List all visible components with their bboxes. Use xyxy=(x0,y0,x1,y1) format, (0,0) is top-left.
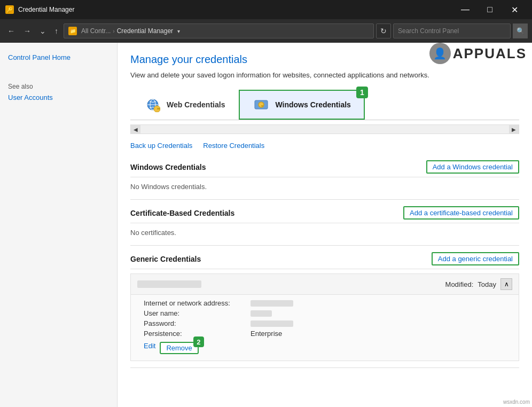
path-chevron-1: › xyxy=(113,28,114,34)
minimize-button[interactable]: — xyxy=(453,0,478,19)
svg-rect-8 xyxy=(262,106,263,107)
restore-credentials-link[interactable]: Restore Credentials xyxy=(203,142,264,150)
backup-credentials-link[interactable]: Back up Credentials xyxy=(130,142,192,150)
svg-rect-4 xyxy=(157,108,160,109)
generic-credentials-section: Generic Credentials Add a generic creden… xyxy=(130,252,519,368)
username-row: User name: xyxy=(144,309,506,317)
generic-cred-summary: Modified: Today ∧ xyxy=(131,274,519,294)
content-area: 👤 APPUALS Manage your credentials View a… xyxy=(118,43,532,407)
path-part-2: Credential Manager xyxy=(117,27,173,35)
tab-web-credentials[interactable]: Web Credentials xyxy=(130,90,239,120)
windows-cred-icon xyxy=(253,96,270,113)
remove-credential-button[interactable]: Remove xyxy=(160,342,198,354)
user-accounts-link[interactable]: User Accounts xyxy=(8,93,53,101)
logo-avatar: 👤 xyxy=(429,43,451,64)
certificate-credentials-empty: No certificates. xyxy=(130,226,519,239)
windows-credentials-empty: No Windows credentials. xyxy=(130,181,519,193)
path-part-1: All Contr... xyxy=(81,27,111,35)
horizontal-scrollbar[interactable]: ◀ ▶ xyxy=(130,124,519,134)
tab-windows-credentials-label: Windows Credentials xyxy=(275,100,350,109)
title-bar-title: Credential Manager xyxy=(18,6,453,13)
maximize-button[interactable]: □ xyxy=(478,0,502,19)
remove-button-container: Remove 2 xyxy=(160,342,198,354)
up-button[interactable]: ↑ xyxy=(51,25,61,37)
modified-value: Today xyxy=(478,280,496,288)
badge-2: 2 xyxy=(193,336,204,347)
path-dropdown-button[interactable]: ▾ xyxy=(175,26,182,36)
password-value-masked xyxy=(251,320,293,327)
generic-cred-modified: Modified: Today ∧ xyxy=(445,278,512,290)
credential-tabs: Web Credentials Windows Credentials 1 xyxy=(130,90,519,120)
generic-credentials-title: Generic Credentials xyxy=(130,255,201,263)
close-button[interactable]: ✕ xyxy=(502,0,527,19)
modified-label: Modified: xyxy=(445,280,474,288)
logo-text: APPUALS xyxy=(453,45,527,62)
search-box: Search Control Panel xyxy=(393,24,511,38)
credential-actions: Edit Remove 2 xyxy=(144,342,506,354)
content-description: View and delete your saved logon informa… xyxy=(130,71,519,79)
scroll-right-button[interactable]: ▶ xyxy=(509,124,519,134)
windows-credentials-title: Windows Credentials xyxy=(130,163,206,171)
generic-cred-details: Internet or network address: User name: … xyxy=(131,294,519,361)
address-bar[interactable]: 📁 All Contr... › Credential Manager ▾ xyxy=(64,24,374,38)
watermark: wsxdn.com xyxy=(503,399,530,405)
internet-address-value xyxy=(251,300,293,307)
expand-credential-button[interactable]: ∧ xyxy=(500,278,512,290)
search-placeholder: Search Control Panel xyxy=(398,27,459,35)
back-button[interactable]: ← xyxy=(4,25,18,37)
windows-credentials-section: Windows Credentials Add a Windows creden… xyxy=(130,160,519,200)
main-layout: Control Panel Home See also User Account… xyxy=(0,43,532,407)
search-button[interactable]: 🔍 xyxy=(513,24,528,38)
generic-credentials-header: Generic Credentials Add a generic creden… xyxy=(130,252,519,269)
app-icon: 🔑 xyxy=(5,5,14,14)
web-cred-icon xyxy=(144,96,161,113)
username-label: User name: xyxy=(144,309,251,317)
add-windows-credential-link[interactable]: Add a Windows credential xyxy=(426,160,519,174)
password-label: Password: xyxy=(144,319,251,327)
forward-button[interactable]: → xyxy=(20,25,34,37)
windows-add-area: Add a Windows credential xyxy=(426,160,519,174)
password-row: Password: xyxy=(144,319,506,327)
tab-web-credentials-label: Web Credentials xyxy=(167,100,225,109)
control-panel-home-link[interactable]: Control Panel Home xyxy=(8,53,71,61)
see-also-label: See also xyxy=(8,83,109,90)
certificate-credentials-section: Certificate-Based Credentials Add a cert… xyxy=(130,206,519,246)
certificate-credentials-title: Certificate-Based Credentials xyxy=(130,209,234,217)
edit-credential-link[interactable]: Edit xyxy=(144,342,155,354)
tab-windows-credentials[interactable]: Windows Credentials 1 xyxy=(239,90,364,120)
action-links: Back up Credentials Restore Credentials xyxy=(130,142,519,150)
internet-address-row: Internet or network address: xyxy=(144,299,506,307)
windows-credentials-header: Windows Credentials Add a Windows creden… xyxy=(130,160,519,177)
generic-cred-name xyxy=(137,280,201,288)
title-bar-controls: — □ ✕ xyxy=(453,0,527,19)
title-bar: 🔑 Credential Manager — □ ✕ xyxy=(0,0,532,19)
nav-bar: ← → ⌄ ↑ 📁 All Contr... › Credential Mana… xyxy=(0,19,532,43)
badge-1: 1 xyxy=(356,87,368,98)
internet-address-label: Internet or network address: xyxy=(144,299,251,307)
logo-area: 👤 APPUALS xyxy=(429,43,527,64)
generic-credential-item: Modified: Today ∧ Internet or network ad… xyxy=(130,273,519,361)
add-generic-credential-link[interactable]: Add a generic credential xyxy=(432,252,519,265)
sidebar: Control Panel Home See also User Account… xyxy=(0,43,118,407)
username-value xyxy=(251,310,272,317)
path-icon: 📁 xyxy=(68,27,77,35)
persistence-value: Enterprise xyxy=(251,330,282,338)
add-certificate-credential-link[interactable]: Add a certificate-based credential xyxy=(403,206,519,220)
recent-locations-button[interactable]: ⌄ xyxy=(36,25,49,37)
certificate-credentials-header: Certificate-Based Credentials Add a cert… xyxy=(130,206,519,223)
scroll-left-button[interactable]: ◀ xyxy=(131,124,140,134)
refresh-button[interactable]: ↻ xyxy=(376,24,391,38)
